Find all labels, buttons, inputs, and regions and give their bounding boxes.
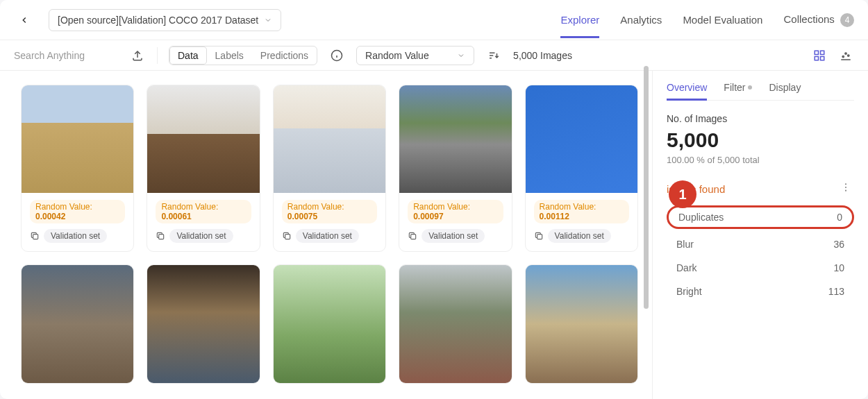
- stack-icon: [282, 231, 292, 241]
- thumbnail: [147, 265, 259, 383]
- tab-model-evaluation[interactable]: Model Evaluation: [683, 1, 762, 38]
- dataset-selector[interactable]: [Open source][Validation] COCO 2017 Data…: [49, 9, 281, 31]
- issue-item-bright[interactable]: Bright113: [667, 283, 854, 300]
- svg-point-14: [848, 54, 849, 56]
- issue-item-blur[interactable]: Blur36: [667, 236, 854, 253]
- image-count: 5,000 Images: [513, 50, 572, 61]
- issues-more-icon[interactable]: [837, 179, 854, 198]
- stack-icon: [534, 231, 544, 241]
- random-value-pill: Random Value: 0.00061: [156, 200, 251, 223]
- stack-icon: [30, 231, 40, 241]
- scrollbar[interactable]: [644, 66, 649, 309]
- svg-rect-17: [285, 235, 290, 239]
- svg-rect-16: [159, 235, 164, 239]
- image-card[interactable]: Random Value: 0.00097 Validation set: [399, 85, 512, 252]
- svg-rect-8: [821, 51, 824, 54]
- annotation-marker-1: 1: [669, 180, 696, 208]
- thumbnail: [274, 85, 385, 193]
- view-segment: Data Labels Predictions: [169, 46, 317, 65]
- random-value-pill: Random Value: 0.00042: [30, 200, 125, 223]
- thumbnail: [274, 265, 385, 383]
- segment-labels[interactable]: Labels: [207, 46, 252, 65]
- svg-point-12: [842, 56, 844, 57]
- stat-label: No. of Images: [667, 113, 854, 124]
- tab-explorer[interactable]: Explorer: [560, 1, 599, 38]
- set-pill: Validation set: [548, 229, 611, 243]
- svg-rect-7: [815, 51, 818, 54]
- issue-item-duplicates[interactable]: Duplicates0: [667, 205, 854, 229]
- side-panel: Overview Filter Display No. of Images 5,…: [653, 71, 868, 399]
- image-card[interactable]: [525, 264, 638, 384]
- random-value-pill: Random Value: 0.00097: [408, 200, 503, 223]
- segment-predictions[interactable]: Predictions: [252, 46, 317, 65]
- random-value-pill: Random Value: 0.00112: [534, 200, 629, 223]
- main-grid-area: Random Value: 0.00042 Validation set Ran…: [0, 71, 653, 399]
- thumbnail: [399, 265, 511, 383]
- svg-rect-9: [815, 56, 818, 60]
- thumbnail: [526, 265, 637, 383]
- random-value-pill: Random Value: 0.00075: [282, 200, 377, 223]
- set-pill: Validation set: [296, 229, 359, 243]
- thumbnail: [526, 85, 637, 193]
- stack-icon: [408, 231, 417, 241]
- issue-item-dark[interactable]: Dark10: [667, 260, 854, 276]
- search-input[interactable]: [14, 50, 118, 61]
- stack-icon: [156, 231, 165, 241]
- thumbnail: [22, 85, 133, 193]
- filter-indicator-dot: [748, 85, 752, 90]
- image-card[interactable]: [273, 264, 386, 384]
- side-tab-display[interactable]: Display: [769, 82, 801, 100]
- side-tab-filter[interactable]: Filter: [724, 82, 752, 100]
- svg-point-21: [845, 187, 846, 188]
- tab-analytics[interactable]: Analytics: [620, 1, 662, 38]
- image-card[interactable]: [21, 264, 134, 384]
- info-icon[interactable]: [328, 47, 345, 64]
- svg-point-13: [845, 52, 846, 53]
- svg-point-20: [845, 183, 846, 185]
- svg-rect-19: [537, 235, 542, 239]
- collections-badge: 4: [840, 13, 854, 27]
- tab-collections[interactable]: Collections 4: [783, 1, 854, 40]
- dataset-name: [Open source][Validation] COCO 2017 Data…: [58, 15, 258, 26]
- segment-data[interactable]: Data: [169, 46, 207, 65]
- image-card[interactable]: Random Value: 0.00112 Validation set: [525, 85, 638, 252]
- svg-rect-15: [33, 235, 38, 239]
- thumbnail: [399, 85, 511, 193]
- sort-selector[interactable]: Random Value: [356, 46, 474, 65]
- thumbnail: [147, 85, 259, 193]
- stat-value: 5,000: [667, 128, 854, 152]
- image-card[interactable]: [399, 264, 512, 384]
- set-pill: Validation set: [422, 229, 485, 243]
- image-card[interactable]: Random Value: 0.00061 Validation set: [147, 85, 260, 252]
- image-card[interactable]: Random Value: 0.00042 Validation set: [21, 85, 134, 252]
- chart-view-icon[interactable]: [837, 47, 854, 64]
- svg-rect-18: [411, 235, 416, 239]
- upload-icon[interactable]: [129, 47, 146, 64]
- back-button[interactable]: [14, 10, 35, 31]
- thumbnail: [22, 265, 133, 383]
- grid-view-icon[interactable]: [811, 47, 828, 64]
- side-tab-overview[interactable]: Overview: [667, 82, 707, 100]
- image-card[interactable]: [147, 264, 260, 384]
- set-pill: Validation set: [44, 229, 107, 243]
- stat-sub: 100.00 % of 5,000 total: [667, 155, 854, 165]
- sort-direction-icon[interactable]: [485, 47, 502, 64]
- set-pill: Validation set: [169, 229, 233, 243]
- svg-rect-10: [821, 56, 824, 60]
- image-card[interactable]: Random Value: 0.00075 Validation set: [273, 85, 386, 252]
- svg-point-22: [845, 190, 846, 192]
